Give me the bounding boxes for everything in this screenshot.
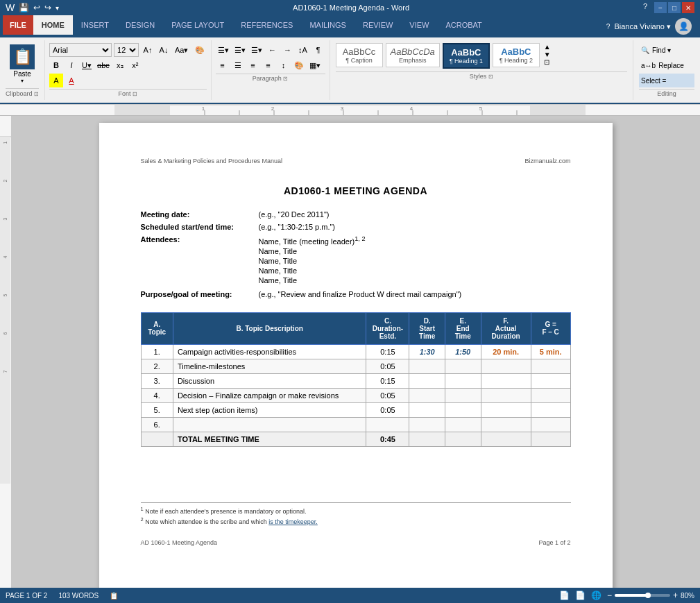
bullet-list-button[interactable]: ☰▾ <box>216 43 231 57</box>
styles-group: AaBbCc ¶ Caption AaBbCcDa Emphasis AaBbC… <box>330 40 634 100</box>
col-end-header: E.EndTime <box>445 312 481 344</box>
tab-insert[interactable]: INSERT <box>73 15 117 35</box>
find-button[interactable]: 🔍 Find ▾ <box>639 43 694 57</box>
row6-start <box>409 417 445 432</box>
minimize-button[interactable]: − <box>654 2 667 13</box>
change-case-button[interactable]: Aa▾ <box>173 43 190 57</box>
show-paragraph-button[interactable]: ¶ <box>311 43 325 57</box>
underline-button[interactable]: U▾ <box>80 58 94 72</box>
replace-button[interactable]: a↔b Replace <box>639 58 694 72</box>
tab-review[interactable]: REVIEW <box>355 15 401 35</box>
align-center-button[interactable]: ☰ <box>231 58 245 72</box>
decrease-indent-button[interactable]: ← <box>266 43 280 57</box>
quick-access-redo[interactable]: ↪ <box>44 3 51 12</box>
username[interactable]: Bianca Viviano ▾ <box>614 22 671 31</box>
font-color-button[interactable]: A <box>65 74 78 87</box>
tab-design[interactable]: DESIGN <box>117 15 163 35</box>
line-spacing-button[interactable]: ↕ <box>277 58 291 72</box>
view-mode-web[interactable]: 🌐 <box>591 591 601 600</box>
zoom-bar[interactable] <box>615 594 670 597</box>
multilevel-list-button[interactable]: ☰▾ <box>249 43 264 57</box>
quick-access-save[interactable]: 💾 <box>19 3 29 12</box>
quick-access-more[interactable]: ▾ <box>56 4 59 12</box>
increase-indent-button[interactable]: → <box>281 43 295 57</box>
close-button[interactable]: ✕ <box>682 2 694 13</box>
bold-button[interactable]: B <box>49 58 63 72</box>
row2-duration: 0:05 <box>366 359 409 373</box>
row6-desc <box>173 417 366 432</box>
subscript-button[interactable]: x₂ <box>113 58 127 72</box>
window-controls: ? − □ ✕ <box>643 2 694 13</box>
total-num <box>141 432 173 446</box>
editing-group: 🔍 Find ▾ a↔b Replace Select = Editing <box>633 40 700 100</box>
vertical-ruler: 1 2 3 4 5 6 7 <box>0 116 11 602</box>
numbered-list-button[interactable]: ☰▾ <box>232 43 248 57</box>
style-emphasis[interactable]: AaBbCcDa Emphasis <box>386 43 440 67</box>
footer-right: Page 1 of 2 <box>538 539 570 546</box>
row5-end <box>445 402 481 417</box>
strikethrough-button[interactable]: abc <box>95 58 112 72</box>
proofing-icon[interactable]: 📋 <box>110 592 118 600</box>
align-right-button[interactable]: ≡ <box>246 58 260 72</box>
italic-button[interactable]: I <box>65 58 78 72</box>
tab-file[interactable]: FILE <box>3 15 33 35</box>
ribbon-tab-bar: FILE HOME INSERT DESIGN PAGE LAYOUT REFE… <box>0 15 598 35</box>
view-mode-print[interactable]: 📄 <box>575 591 586 600</box>
select-button[interactable]: Select = <box>639 74 694 87</box>
text-highlight-button[interactable]: A <box>49 74 63 87</box>
view-mode-read[interactable]: 📄 <box>559 591 570 600</box>
total-actual <box>481 432 531 446</box>
tab-mailings[interactable]: MAILINGS <box>301 15 355 35</box>
help-button[interactable]: ? <box>643 2 647 13</box>
style-caption[interactable]: AaBbCc ¶ Caption <box>336 43 383 67</box>
sort-button[interactable]: ↕A <box>296 43 310 57</box>
col-diff-header: G =F – C <box>531 312 570 344</box>
tab-home[interactable]: HOME <box>33 15 73 35</box>
table-row: 6. <box>141 417 570 432</box>
scheduled-value: (e.g., "1:30-2:15 p.m.") <box>259 223 571 231</box>
superscript-button[interactable]: x² <box>128 58 142 72</box>
clear-format-button[interactable]: 🎨 <box>193 43 207 57</box>
row1-start: 1:30 <box>409 344 445 359</box>
font-name-select[interactable]: Arial <box>49 43 112 57</box>
svg-text:2: 2 <box>271 105 275 112</box>
tab-acrobat[interactable]: ACROBAT <box>437 15 490 35</box>
style-heading2[interactable]: AaBbC ¶ Heading 2 <box>493 43 540 67</box>
quick-access-undo[interactable]: ↩ <box>33 3 40 12</box>
align-left-button[interactable]: ≡ <box>216 58 230 72</box>
paste-button[interactable]: 📋 Paste ▾ <box>7 43 37 88</box>
table-row: 4. Decision – Finalize campaign or make … <box>141 388 570 402</box>
scheduled-row: Scheduled start/end time: (e.g., "1:30-2… <box>141 223 571 231</box>
meeting-table: A.Topic B. Topic Description C.Duration-… <box>141 312 571 447</box>
maximize-button[interactable]: □ <box>668 2 681 13</box>
zoom-in-button[interactable]: + <box>673 591 678 600</box>
grow-font-button[interactable]: A↑ <box>141 43 155 57</box>
total-label: TOTAL MEETING TIME <box>173 432 366 446</box>
tab-view[interactable]: VIEW <box>401 15 437 35</box>
zoom-out-button[interactable]: − <box>607 591 612 600</box>
font-group: Arial 12 A↑ A↓ Aa▾ 🎨 B I U▾ abc x₂ x² A … <box>45 40 211 100</box>
tab-page-layout[interactable]: PAGE LAYOUT <box>163 15 232 35</box>
tab-references[interactable]: REFERENCES <box>232 15 301 35</box>
attendee-5: Name, Title <box>259 276 571 284</box>
find-icon: 🔍 <box>641 46 649 54</box>
borders-button[interactable]: ▦▾ <box>307 58 323 72</box>
style-heading1[interactable]: AaBbC ¶ Heading 1 <box>443 43 490 69</box>
font-size-select[interactable]: 12 <box>114 43 139 57</box>
zoom-level[interactable]: 80% <box>681 592 694 600</box>
timekeeper-link[interactable]: is the timekeeper. <box>268 518 318 525</box>
shrink-font-button[interactable]: A↓ <box>157 43 171 57</box>
table-row: 2. Timeline-milestones 0:05 <box>141 359 570 373</box>
info-section: Meeting date: (e.g., "20 Dec 2011") Sche… <box>141 210 571 298</box>
footnote-1: 1 Note if each attendee's presence is ma… <box>141 506 571 515</box>
justify-button[interactable]: ≡ <box>262 58 275 72</box>
styles-scroll-up[interactable]: ▲ ▼ ⊡ <box>544 43 551 66</box>
shading-button[interactable]: 🎨 <box>292 58 306 72</box>
purpose-value: (e.g., "Review and finalize Product W di… <box>259 290 571 298</box>
document-scroll-area[interactable]: Sales & Marketing Policies and Procedure… <box>11 116 700 602</box>
status-bar: PAGE 1 OF 2 103 WORDS 📋 📄 📄 🌐 − + 80% <box>0 588 700 602</box>
user-area[interactable]: ? Bianca Viviano ▾ 👤 <box>598 15 700 37</box>
meeting-date-label: Meeting date: <box>141 210 259 219</box>
status-right: 📄 📄 🌐 − + 80% <box>559 591 694 600</box>
row1-actual: 20 min. <box>481 344 531 359</box>
